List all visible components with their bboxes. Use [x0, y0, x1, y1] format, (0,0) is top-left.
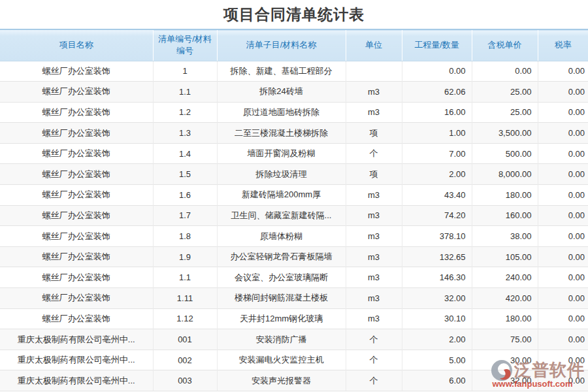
table-row[interactable]: 重庆太极制药有限公司亳州中...002安装漏电火灾监控主机个5.0030.000…: [0, 350, 588, 370]
table-row[interactable]: 螺丝厂办公室装饰1.4墙面开窗洞及粉糊个7.00500.000.00: [0, 143, 588, 164]
cell-unit: m3: [346, 246, 402, 267]
table-row[interactable]: 螺丝厂办公室装饰1.5拆除垃圾清理项2.008,000.000.00: [0, 164, 588, 185]
cell-unit: 个: [346, 143, 402, 164]
table-row[interactable]: 重庆太极制药有限公司亳州中...003安装声光报警器个6.0032.000.00: [0, 370, 588, 391]
table-header-row: 项目名称清单编号/材料编号清单子目/材料名称单位工程量/数量含税单价税率: [0, 29, 588, 61]
cell-quantity: 378.10: [402, 226, 472, 247]
cell-code: 1.11: [153, 288, 217, 309]
cell-code: 1.8: [153, 226, 217, 247]
cell-tax: 0.00: [538, 288, 588, 309]
cell-item: 安装漏电火灾监控主机: [217, 350, 346, 370]
cell-project: 螺丝厂办公室装饰: [0, 308, 153, 329]
cell-unit: m3: [346, 288, 402, 309]
cell-item: 拆除24砖墙: [217, 82, 346, 103]
cell-project: 螺丝厂办公室装饰: [0, 226, 153, 247]
cell-code: 1.5: [153, 164, 217, 185]
column-header-project: 项目名称: [0, 29, 153, 61]
cell-item: 安装声光报警器: [217, 370, 346, 391]
column-header-price: 含税单价: [472, 29, 538, 61]
title-bar: 项目合同清单统计表: [0, 0, 588, 29]
cell-project: 螺丝厂办公室装饰: [0, 143, 153, 164]
cell-code: 003: [153, 370, 217, 391]
cell-unit: 个: [346, 350, 402, 370]
cell-tax: 0.00: [538, 164, 588, 185]
cell-project: 重庆太极制药有限公司亳州中...: [0, 329, 153, 350]
cell-price: 8,000.00: [472, 164, 538, 185]
cell-quantity: 7.00: [402, 143, 472, 164]
cell-code: 1.3: [153, 123, 217, 144]
cell-unit: 个: [346, 370, 402, 391]
table-row[interactable]: 螺丝厂办公室装饰1.12天井封12mm钢化玻璃m330.10180.000.00: [0, 308, 588, 329]
cell-project: 螺丝厂办公室装饰: [0, 164, 153, 185]
cell-project: 螺丝厂办公室装饰: [0, 288, 153, 309]
cell-code: 1.9: [153, 246, 217, 267]
cell-item: 卫生间、储藏室新建砖隔...: [217, 205, 346, 226]
cell-quantity: 1.00: [402, 123, 472, 144]
cell-quantity: 146.30: [402, 267, 472, 288]
cell-price: 160.00: [472, 205, 538, 226]
table-row[interactable]: 螺丝厂办公室装饰1拆除、新建、基础工程部分0.000.000.00: [0, 61, 588, 82]
table-row[interactable]: 螺丝厂办公室装饰1.8原墙体粉糊m3378.1038.000.00: [0, 226, 588, 247]
cell-project: 螺丝厂办公室装饰: [0, 267, 153, 288]
cell-project: 螺丝厂办公室装饰: [0, 185, 153, 206]
cell-code: 1.1: [153, 82, 217, 103]
cell-quantity: 5.00: [402, 350, 472, 370]
contract-list-table: 项目名称清单编号/材料编号清单子目/材料名称单位工程量/数量含税单价税率 螺丝厂…: [0, 29, 588, 391]
cell-tax: 0.00: [538, 350, 588, 370]
column-header-quantity: 工程量/数量: [402, 29, 472, 61]
cell-quantity: 2.00: [402, 164, 472, 185]
cell-item: 办公室轻钢龙骨石膏板隔墙: [217, 246, 346, 267]
cell-tax: 0.00: [538, 370, 588, 391]
cell-project: 螺丝厂办公室装饰: [0, 205, 153, 226]
table-body: 螺丝厂办公室装饰1拆除、新建、基础工程部分0.000.000.00螺丝厂办公室装…: [0, 61, 588, 391]
cell-unit: m3: [346, 205, 402, 226]
report-page: 项目合同清单统计表 项目名称清单编号/材料编号清单子目/材料名称单位工程量/数量…: [0, 0, 588, 392]
table-row[interactable]: 螺丝厂办公室装饰1.6新建砖隔墙200mm厚m343.40180.000.00: [0, 185, 588, 206]
cell-item: 原过道地面地砖拆除: [217, 102, 346, 123]
table-row[interactable]: 螺丝厂办公室装饰1.3二至三楼混凝土楼梯拆除项1.003,500.000.00: [0, 123, 588, 144]
cell-price: 0.00: [472, 61, 538, 82]
table-row[interactable]: 螺丝厂办公室装饰1.1拆除24砖墙m362.0625.000.00: [0, 82, 588, 103]
cell-item: 天井封12mm钢化玻璃: [217, 308, 346, 329]
cell-price: 25.00: [472, 102, 538, 123]
cell-quantity: 0.00: [402, 61, 472, 82]
cell-quantity: 30.10: [402, 308, 472, 329]
cell-project: 螺丝厂办公室装饰: [0, 123, 153, 144]
cell-unit: 项: [346, 123, 402, 144]
cell-tax: 0.00: [538, 61, 588, 82]
cell-tax: 0.00: [538, 329, 588, 350]
table-row[interactable]: 螺丝厂办公室装饰1.2原过道地面地砖拆除m316.0025.000.00: [0, 102, 588, 123]
cell-tax: 0.00: [538, 246, 588, 267]
table-row[interactable]: 螺丝厂办公室装饰1.1会议室、办公室玻璃隔断m3146.30240.000.00: [0, 267, 588, 288]
page-title: 项目合同清单统计表: [223, 5, 365, 25]
cell-code: 1.2: [153, 102, 217, 123]
cell-price: 180.00: [472, 308, 538, 329]
cell-code: 002: [153, 350, 217, 370]
table-row[interactable]: 螺丝厂办公室装饰1.11楼梯间封钢筋混凝土楼板m332.00420.000.00: [0, 288, 588, 309]
cell-item: 拆除垃圾清理: [217, 164, 346, 185]
cell-price: 500.00: [472, 143, 538, 164]
cell-tax: 0.00: [538, 205, 588, 226]
cell-code: 1.12: [153, 308, 217, 329]
cell-tax: 0.00: [538, 185, 588, 206]
table-row[interactable]: 重庆太极制药有限公司亳州中...001安装消防广播个2.0075.000.00: [0, 329, 588, 350]
cell-tax: 0.00: [538, 226, 588, 247]
cell-quantity: 132.65: [402, 246, 472, 267]
cell-unit: m3: [346, 102, 402, 123]
table-header: 项目名称清单编号/材料编号清单子目/材料名称单位工程量/数量含税单价税率: [0, 29, 588, 61]
cell-code: 1.4: [153, 143, 217, 164]
cell-quantity: 2.00: [402, 329, 472, 350]
cell-tax: 0.00: [538, 123, 588, 144]
cell-unit: 个: [346, 329, 402, 350]
cell-price: 3,500.00: [472, 123, 538, 144]
cell-price: 240.00: [472, 267, 538, 288]
table-row[interactable]: 螺丝厂办公室装饰1.7卫生间、储藏室新建砖隔...m374.20160.000.…: [0, 205, 588, 226]
cell-project: 螺丝厂办公室装饰: [0, 246, 153, 267]
cell-code: 001: [153, 329, 217, 350]
cell-project: 螺丝厂办公室装饰: [0, 102, 153, 123]
cell-unit: m3: [346, 267, 402, 288]
cell-unit: m3: [346, 308, 402, 329]
cell-unit: m3: [346, 185, 402, 206]
table-row[interactable]: 螺丝厂办公室装饰1.9办公室轻钢龙骨石膏板隔墙m3132.65105.000.0…: [0, 246, 588, 267]
column-header-item: 清单子目/材料名称: [217, 29, 346, 61]
